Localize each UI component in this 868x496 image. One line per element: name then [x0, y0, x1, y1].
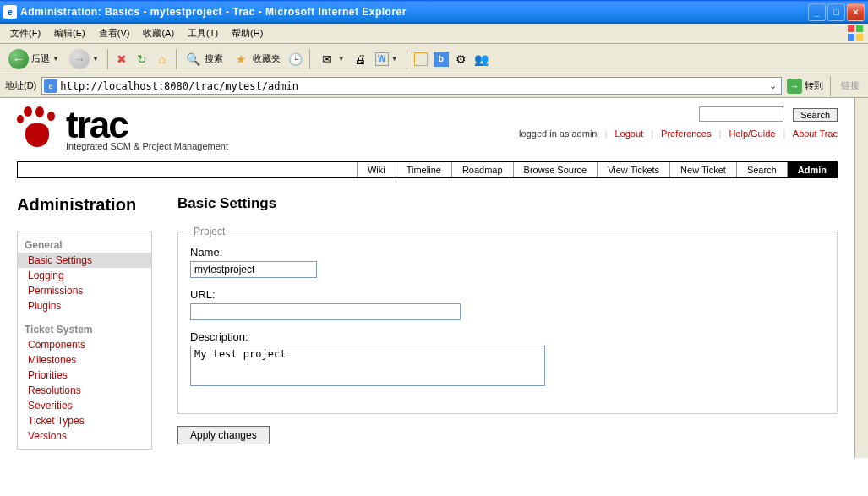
sidebar-item-components[interactable]: Components — [18, 337, 151, 352]
menu-tools[interactable]: 工具(T) — [183, 25, 223, 41]
main-nav: Wiki Timeline Roadmap Browse Source View… — [17, 161, 838, 178]
nav-new-ticket[interactable]: New Ticket — [669, 162, 736, 177]
nav-search[interactable]: Search — [736, 162, 787, 177]
nav-view-tickets[interactable]: View Tickets — [597, 162, 669, 177]
go-button[interactable]: → 转到 — [787, 79, 823, 94]
back-icon: ← — [8, 49, 29, 69]
maximize-button[interactable]: □ — [827, 3, 845, 21]
back-button[interactable]: ← 后退 ▼ — [5, 47, 63, 71]
admin-heading: Administration — [17, 195, 152, 215]
ie-icon: e — [3, 5, 17, 19]
url-input[interactable] — [60, 80, 766, 92]
address-input-wrap[interactable]: e ⌄ — [41, 77, 782, 95]
star-icon: ★ — [233, 51, 250, 68]
nav-admin[interactable]: Admin — [787, 162, 837, 177]
toolbar: ← 后退 ▼ → ▼ ✖ ↻ ⌂ 🔍 搜索 ★ 收藏夹 🕒 ✉▼ 🖨 W▼ b … — [0, 44, 868, 74]
people-icon: 👥 — [474, 52, 489, 66]
nav-roadmap[interactable]: Roadmap — [451, 162, 513, 177]
minimize-button[interactable]: _ — [808, 3, 826, 21]
url-label: URL: — [190, 288, 825, 301]
desc-label: Description: — [190, 330, 825, 343]
page-content: trac Integrated SCM & Project Management… — [0, 98, 854, 458]
tool2-button[interactable]: b — [433, 51, 450, 68]
paw-icon — [17, 106, 59, 153]
forward-button[interactable]: → ▼ — [66, 47, 102, 71]
nav-timeline[interactable]: Timeline — [396, 162, 451, 177]
sidebar-item-logging[interactable]: Logging — [18, 268, 151, 283]
search-button[interactable]: 🔍 搜索 — [182, 49, 227, 69]
top-search-button[interactable]: Search — [793, 108, 838, 122]
stop-button[interactable]: ✖ — [113, 51, 130, 68]
apply-button[interactable]: Apply changes — [177, 426, 270, 444]
go-label: 转到 — [805, 79, 823, 92]
address-dropdown[interactable]: ⌄ — [766, 80, 779, 91]
sidebar-item-permissions[interactable]: Permissions — [18, 283, 151, 298]
word-icon: W — [375, 52, 389, 66]
window-titlebar: e Administration: Basics - mytestproject… — [0, 0, 868, 24]
search-label: 搜索 — [205, 52, 223, 65]
sidebar-group-ticket: Ticket System — [18, 322, 151, 337]
windows-flag-icon — [846, 25, 865, 41]
forward-icon: → — [69, 49, 90, 69]
print-icon: 🖨 — [354, 52, 366, 66]
messenger-button[interactable]: 👥 — [473, 51, 490, 68]
close-button[interactable]: × — [847, 3, 865, 21]
desc-textarea[interactable] — [190, 346, 545, 386]
favorites-label: 收藏夹 — [253, 52, 281, 65]
chevron-down-icon: ▼ — [92, 55, 99, 63]
name-label: Name: — [190, 246, 825, 259]
mail-icon: ✉ — [319, 51, 336, 68]
sidebar-item-resolutions[interactable]: Resolutions — [18, 383, 151, 398]
admin-sidebar: General Basic Settings Logging Permissio… — [17, 232, 152, 450]
menu-help[interactable]: 帮助(H) — [227, 25, 268, 41]
help-link[interactable]: Help/Guide — [729, 128, 775, 139]
page-icon: e — [44, 79, 57, 93]
sidebar-item-basic[interactable]: Basic Settings — [18, 253, 151, 268]
tool1-button[interactable] — [412, 51, 429, 68]
chevron-down-icon: ▼ — [52, 55, 59, 63]
trac-subtitle: Integrated SCM & Project Management — [66, 141, 228, 151]
vertical-scrollbar[interactable] — [854, 98, 868, 458]
go-arrow-icon: → — [787, 79, 802, 94]
top-search-input[interactable] — [699, 106, 783, 122]
sidebar-item-priorities[interactable]: Priorities — [18, 368, 151, 383]
preferences-link[interactable]: Preferences — [661, 128, 711, 139]
fieldset-legend: Project — [190, 226, 228, 237]
sidebar-group-general: General — [18, 237, 151, 253]
logout-link[interactable]: Logout — [614, 128, 643, 139]
history-icon: 🕒 — [288, 52, 303, 66]
back-label: 后退 — [31, 52, 50, 65]
refresh-icon: ↻ — [137, 52, 147, 66]
name-input[interactable] — [190, 261, 317, 278]
metanav: logged in as admin | Logout | Preference… — [519, 128, 838, 139]
sidebar-item-plugins[interactable]: Plugins — [18, 298, 151, 313]
home-button[interactable]: ⌂ — [154, 51, 171, 68]
links-label[interactable]: 链接 — [838, 79, 863, 92]
window-title: Administration: Basics - mytestproject -… — [20, 6, 808, 18]
edit-button[interactable]: W▼ — [372, 51, 401, 68]
tool3-button[interactable]: ⚙ — [453, 51, 470, 68]
sidebar-item-ticket-types[interactable]: Ticket Types — [18, 413, 151, 428]
menubar: 文件(F) 编辑(E) 查看(V) 收藏(A) 工具(T) 帮助(H) — [0, 24, 868, 44]
nav-browse[interactable]: Browse Source — [513, 162, 598, 177]
sidebar-item-severities[interactable]: Severities — [18, 398, 151, 413]
project-fieldset: Project Name: URL: Description: — [177, 226, 838, 414]
url-input-field[interactable] — [190, 303, 461, 320]
favorites-button[interactable]: ★ 收藏夹 — [230, 49, 284, 69]
home-icon: ⌂ — [159, 52, 166, 66]
print-button[interactable]: 🖨 — [352, 51, 368, 68]
sidebar-item-versions[interactable]: Versions — [18, 428, 151, 444]
about-link[interactable]: About Trac — [793, 128, 838, 139]
refresh-button[interactable]: ↻ — [134, 51, 150, 68]
logged-in-text: logged in as admin — [519, 128, 597, 139]
history-button[interactable]: 🕒 — [287, 51, 304, 68]
nav-wiki[interactable]: Wiki — [357, 162, 396, 177]
menu-favorites[interactable]: 收藏(A) — [138, 25, 179, 41]
menu-edit[interactable]: 编辑(E) — [49, 25, 90, 41]
mail-button[interactable]: ✉▼ — [315, 49, 348, 69]
address-label: 地址(D) — [5, 79, 36, 92]
sidebar-item-milestones[interactable]: Milestones — [18, 352, 151, 368]
menu-view[interactable]: 查看(V) — [94, 25, 135, 41]
trac-logo[interactable]: trac Integrated SCM & Project Management — [17, 106, 228, 153]
menu-file[interactable]: 文件(F) — [5, 25, 46, 41]
